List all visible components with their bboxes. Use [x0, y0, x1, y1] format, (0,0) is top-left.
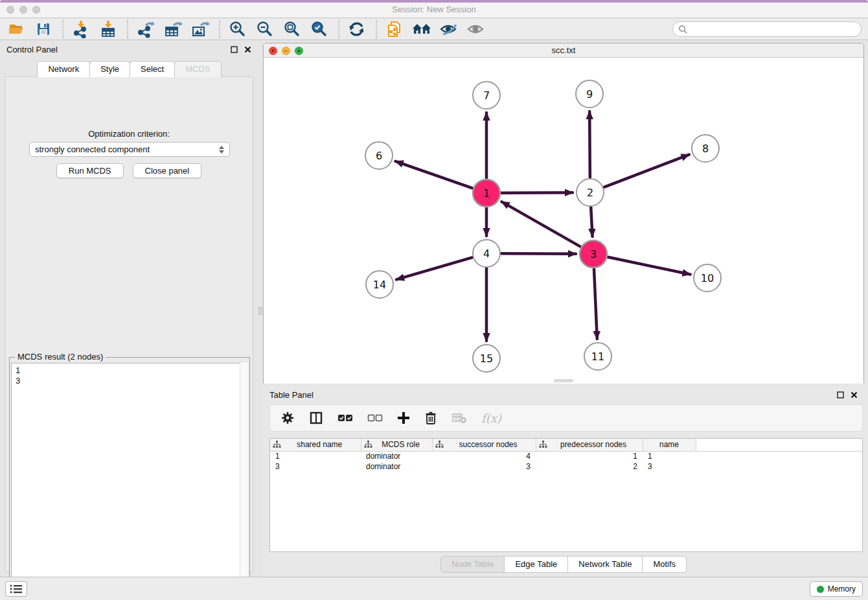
network-graph[interactable]: 7968124314101511: [264, 58, 863, 384]
close-panel-icon[interactable]: [244, 46, 251, 53]
table-tab-node-table[interactable]: Node Table: [440, 556, 505, 573]
export-network-icon[interactable]: [136, 19, 155, 39]
task-list-icon: [9, 583, 23, 595]
table-tab-motifs[interactable]: Motifs: [643, 556, 687, 573]
edge-2-3[interactable]: [591, 207, 592, 237]
table-cell[interactable]: 1: [643, 451, 696, 461]
edge-3-10[interactable]: [608, 257, 691, 275]
table-row[interactable]: 3dominator323: [270, 461, 862, 472]
edge-2-9[interactable]: [589, 111, 590, 178]
edge-2-8[interactable]: [604, 155, 689, 187]
control-tab-mcds[interactable]: MCDS: [174, 61, 221, 77]
table-tab-network-table[interactable]: Network Table: [568, 556, 643, 573]
node-4[interactable]: 4: [473, 240, 500, 267]
node-11[interactable]: 11: [584, 343, 611, 370]
run-mcds-button[interactable]: Run MCDS: [56, 163, 124, 178]
close-panel-icon[interactable]: [851, 391, 858, 398]
svg-text:4: 4: [483, 248, 490, 260]
svg-text:1: 1: [483, 187, 490, 200]
node-9[interactable]: 9: [576, 80, 603, 108]
export-image-icon[interactable]: [190, 19, 210, 39]
import-network-icon[interactable]: [71, 19, 91, 39]
zoom-in-icon[interactable]: [228, 19, 247, 39]
network-canvas[interactable]: 7968124314101511: [264, 58, 863, 384]
search-input[interactable]: [688, 23, 861, 36]
table-row[interactable]: 1dominator411: [270, 451, 862, 461]
edge-4-3[interactable]: [501, 253, 576, 254]
table-cell[interactable]: 1: [536, 451, 643, 461]
node-6[interactable]: 6: [365, 142, 393, 169]
panel-splitter[interactable]: [258, 40, 263, 577]
export-table-icon[interactable]: [163, 19, 183, 39]
network-window-titlebar[interactable]: × − + scc.txt: [264, 43, 863, 58]
node-2[interactable]: 2: [577, 179, 604, 206]
search-icon: [678, 25, 688, 34]
control-tab-select[interactable]: Select: [130, 61, 175, 77]
edge-1-2[interactable]: [501, 192, 573, 193]
table-cell[interactable]: 3: [270, 461, 361, 472]
table-cell[interactable]: 3: [643, 461, 696, 472]
edge-3-1[interactable]: [501, 202, 580, 246]
node-7[interactable]: 7: [473, 82, 500, 109]
mcds-tab-content: Optimization criterion: strongly connect…: [5, 76, 253, 573]
optimization-criterion-select[interactable]: strongly connected component: [29, 142, 230, 157]
table-cell[interactable]: dominator: [361, 461, 432, 472]
memory-button[interactable]: Memory: [810, 581, 863, 597]
node-14[interactable]: 14: [366, 271, 393, 298]
table-cell[interactable]: 1: [270, 451, 361, 461]
table-cell[interactable]: dominator: [361, 451, 432, 461]
svg-text:8: 8: [702, 143, 709, 155]
task-history-button[interactable]: [5, 581, 27, 597]
float-panel-icon[interactable]: [837, 391, 844, 398]
unselect-all-columns-icon[interactable]: [367, 413, 383, 422]
zoom-fit-icon[interactable]: [282, 19, 302, 39]
control-tab-style[interactable]: Style: [89, 61, 130, 77]
create-column-icon[interactable]: [397, 411, 410, 424]
import-table-icon[interactable]: [98, 19, 118, 39]
edge-1-6[interactable]: [395, 161, 472, 189]
table-cell[interactable]: 4: [432, 451, 536, 461]
result-line: 3: [16, 376, 244, 386]
hide-selected-icon[interactable]: [439, 19, 459, 39]
node-8[interactable]: 8: [692, 135, 719, 162]
search-field[interactable]: [672, 21, 862, 37]
table-cell[interactable]: 2: [536, 461, 643, 472]
zoom-selected-icon[interactable]: [310, 19, 329, 39]
float-panel-icon[interactable]: [231, 46, 238, 53]
table-tab-edge-table[interactable]: Edge Table: [505, 556, 568, 573]
show-all-networks-icon[interactable]: [412, 19, 431, 39]
show-hidden-icon[interactable]: [466, 19, 486, 39]
table-cell[interactable]: 3: [432, 461, 536, 472]
edge-4-14[interactable]: [396, 257, 472, 279]
clone-network-icon[interactable]: [385, 19, 404, 39]
delete-column-trash-icon[interactable]: [424, 411, 437, 425]
open-session-icon[interactable]: [6, 19, 26, 39]
save-session-icon[interactable]: [34, 19, 53, 39]
table-cell-filler: [696, 461, 862, 472]
apply-layout-icon[interactable]: [347, 19, 367, 39]
close-panel-button[interactable]: Close panel: [133, 163, 202, 178]
zoom-out-icon[interactable]: [255, 19, 275, 39]
edge-3-11[interactable]: [594, 269, 597, 339]
mcds-result-list[interactable]: 13: [11, 363, 248, 599]
column-header-name[interactable]: name: [643, 439, 696, 451]
select-all-columns-icon[interactable]: [337, 413, 353, 422]
status-bar: Memory: [0, 577, 868, 600]
network-hscroll-handle[interactable]: [554, 379, 573, 382]
node-1[interactable]: 1: [473, 179, 500, 207]
node-15[interactable]: 15: [473, 345, 500, 372]
column-header-filler: [696, 439, 862, 451]
column-header-successor-nodes[interactable]: successor nodes: [432, 439, 536, 451]
result-scrollbar[interactable]: [240, 363, 248, 599]
node-table[interactable]: shared nameMCDS rolesuccessor nodesprede…: [269, 438, 863, 552]
application-window: Session: New Session Control Panel: [0, 0, 868, 600]
column-header-MCDS-role[interactable]: MCDS role: [361, 439, 432, 451]
node-3[interactable]: 3: [580, 240, 607, 268]
control-tab-network[interactable]: Network: [37, 61, 90, 77]
column-header-predecessor-nodes[interactable]: predecessor nodes: [536, 439, 643, 451]
table-settings-gear-icon[interactable]: [280, 411, 295, 425]
node-10[interactable]: 10: [694, 264, 721, 292]
column-header-shared-name[interactable]: shared name: [270, 439, 361, 451]
show-columns-icon[interactable]: [309, 411, 323, 425]
result-line: 1: [16, 365, 244, 376]
